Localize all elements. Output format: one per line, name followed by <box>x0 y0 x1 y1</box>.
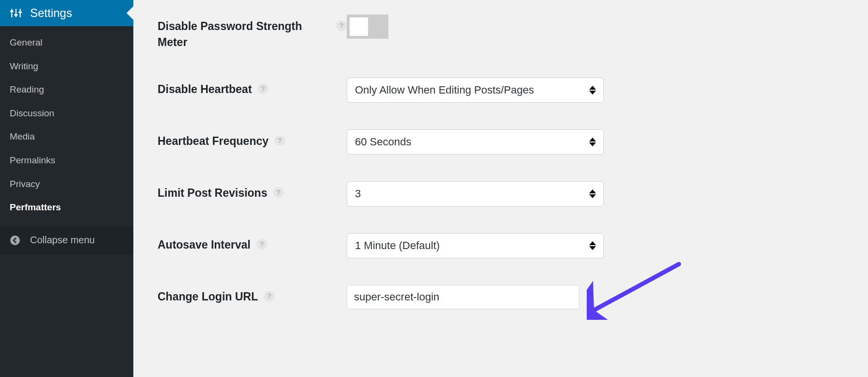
help-icon[interactable]: ? <box>336 20 347 31</box>
input-change-login-url[interactable] <box>347 285 579 309</box>
admin-sidebar: Settings General Writing Reading Discuss… <box>0 0 133 377</box>
sidebar-item-label: Reading <box>10 84 44 94</box>
sidebar-item-media[interactable]: Media <box>0 125 133 149</box>
sidebar-item-general[interactable]: General <box>0 31 133 55</box>
setting-label: Disable Password Strength Meter ? <box>158 15 347 51</box>
help-icon[interactable]: ? <box>273 187 284 198</box>
sidebar-item-reading[interactable]: Reading <box>0 78 133 102</box>
select-autosave-interval[interactable]: 1 Minute (Default) <box>347 233 604 258</box>
setting-label: Heartbeat Frequency ? <box>158 129 347 149</box>
settings-panel: Disable Password Strength Meter ? Disabl… <box>133 0 868 377</box>
setting-row-heartbeat-frequency: Heartbeat Frequency ? 60 Seconds <box>158 129 868 155</box>
setting-row-limit-post-revisions: Limit Post Revisions ? 3 <box>158 181 868 206</box>
svg-rect-0 <box>11 9 12 17</box>
sidebar-header-settings[interactable]: Settings <box>0 0 133 26</box>
sidebar-item-label: Perfmatters <box>10 202 61 212</box>
setting-label: Change Login URL ? <box>158 285 347 305</box>
select-disable-heartbeat[interactable]: Only Allow When Editing Posts/Pages <box>347 78 604 103</box>
sidebar-item-label: Media <box>10 131 35 141</box>
setting-row-disable-heartbeat: Disable Heartbeat ? Only Allow When Edit… <box>158 78 868 103</box>
select-value: 1 Minute (Default) <box>347 233 604 258</box>
select-value: Only Allow When Editing Posts/Pages <box>347 78 604 103</box>
svg-rect-1 <box>16 9 16 17</box>
sidebar-item-label: General <box>10 37 43 47</box>
settings-form: Disable Password Strength Meter ? Disabl… <box>158 15 868 309</box>
help-icon[interactable]: ? <box>264 291 274 301</box>
toggle-disable-password-strength[interactable] <box>347 15 388 39</box>
sidebar-item-perfmatters[interactable]: Perfmatters <box>0 196 133 220</box>
setting-label-text: Change Login URL <box>158 289 258 305</box>
sidebar-item-discussion[interactable]: Discussion <box>0 102 133 126</box>
setting-row-change-login-url: Change Login URL ? <box>158 285 868 309</box>
collapse-icon <box>9 234 21 247</box>
setting-row-autosave-interval: Autosave Interval ? 1 Minute (Default) <box>158 233 868 258</box>
help-icon[interactable]: ? <box>274 135 285 146</box>
sidebar-header-label: Settings <box>30 6 72 20</box>
help-icon[interactable]: ? <box>257 239 267 250</box>
svg-point-6 <box>10 236 20 245</box>
setting-label-text: Disable Password Strength Meter <box>158 18 330 51</box>
setting-label: Autosave Interval ? <box>158 233 347 253</box>
collapse-menu-button[interactable]: Collapse menu <box>0 226 133 254</box>
select-value: 3 <box>347 181 604 206</box>
select-value: 60 Seconds <box>347 129 604 155</box>
setting-label: Disable Heartbeat ? <box>158 78 347 97</box>
sidebar-item-label: Discussion <box>10 108 54 118</box>
setting-label-text: Autosave Interval <box>158 237 251 253</box>
setting-label-text: Limit Post Revisions <box>158 185 267 201</box>
collapse-menu-label: Collapse menu <box>30 235 95 246</box>
svg-rect-5 <box>18 12 22 13</box>
sidebar-item-privacy[interactable]: Privacy <box>0 173 133 196</box>
svg-rect-4 <box>15 14 18 16</box>
sliders-icon <box>9 6 23 20</box>
setting-label: Limit Post Revisions ? <box>158 181 347 201</box>
svg-rect-3 <box>10 11 14 12</box>
sidebar-item-label: Permalinks <box>10 155 55 165</box>
setting-label-text: Disable Heartbeat <box>158 81 252 97</box>
help-icon[interactable]: ? <box>257 83 268 94</box>
toggle-knob <box>350 17 368 36</box>
sidebar-item-permalinks[interactable]: Permalinks <box>0 149 133 173</box>
select-limit-post-revisions[interactable]: 3 <box>347 181 604 206</box>
sidebar-items: General Writing Reading Discussion Media… <box>0 26 133 223</box>
select-heartbeat-frequency[interactable]: 60 Seconds <box>347 129 604 155</box>
sidebar-item-label: Writing <box>10 61 38 71</box>
sidebar-item-label: Privacy <box>10 179 40 189</box>
setting-row-disable-password-strength: Disable Password Strength Meter ? <box>158 15 868 51</box>
sidebar-item-writing[interactable]: Writing <box>0 55 133 79</box>
setting-label-text: Heartbeat Frequency <box>158 133 269 149</box>
